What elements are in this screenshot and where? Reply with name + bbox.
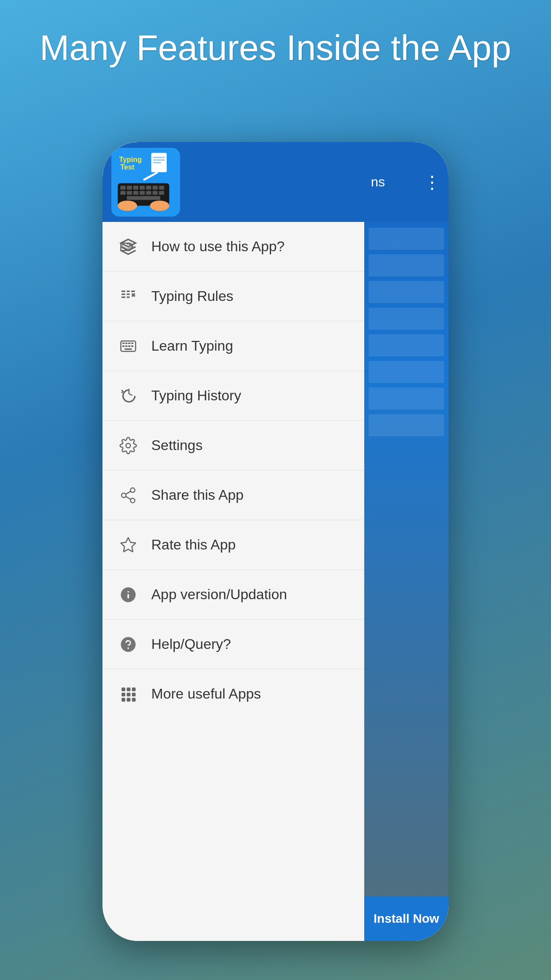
svg-point-46 xyxy=(126,443,130,448)
svg-rect-13 xyxy=(159,186,164,190)
menu-label-typing-history: Typing History xyxy=(151,387,241,404)
svg-rect-21 xyxy=(127,196,160,200)
svg-rect-68 xyxy=(132,698,135,701)
svg-rect-63 xyxy=(122,692,125,696)
svg-rect-44 xyxy=(131,345,133,347)
svg-rect-67 xyxy=(126,698,130,701)
content-area xyxy=(364,222,449,897)
svg-rect-60 xyxy=(122,688,125,691)
svg-rect-9 xyxy=(133,186,138,190)
app-bar-label: ns xyxy=(371,174,385,190)
gear-icon xyxy=(116,433,140,458)
svg-point-49 xyxy=(130,498,135,502)
svg-rect-61 xyxy=(126,688,130,691)
svg-rect-62 xyxy=(132,688,135,691)
svg-rect-15 xyxy=(127,191,132,195)
svg-rect-2 xyxy=(153,157,165,158)
menu-label-help: Help/Query? xyxy=(151,636,231,652)
hero-title: Many Features Inside the App xyxy=(0,0,551,87)
svg-rect-43 xyxy=(128,345,130,347)
svg-point-48 xyxy=(122,493,126,498)
menu-item-help[interactable]: Help/Query? xyxy=(102,620,364,669)
phone-mockup: Typing Test xyxy=(102,142,449,941)
menu-item-typing-rules[interactable]: Typing Rules xyxy=(102,272,364,321)
svg-rect-8 xyxy=(127,186,132,190)
help-icon xyxy=(116,632,140,656)
navigation-drawer: Typing Test xyxy=(102,142,364,941)
svg-rect-4 xyxy=(153,162,161,163)
menu-list: How to use this App? xyxy=(102,222,364,719)
svg-rect-37 xyxy=(122,342,124,344)
menu-label-share: Share this App xyxy=(151,487,244,503)
content-line-8 xyxy=(369,414,444,436)
svg-rect-65 xyxy=(132,692,135,696)
menu-item-share[interactable]: Share this App xyxy=(102,470,364,520)
direction-sign-icon xyxy=(116,234,140,259)
svg-text:Test: Test xyxy=(120,163,134,171)
svg-marker-52 xyxy=(121,537,135,552)
content-line-5 xyxy=(369,334,444,356)
svg-rect-18 xyxy=(146,191,151,195)
svg-rect-19 xyxy=(153,191,158,195)
svg-point-47 xyxy=(130,488,135,492)
menu-label-learn-typing: Learn Typing xyxy=(151,338,233,354)
svg-point-59 xyxy=(128,648,129,648)
svg-point-57 xyxy=(121,637,135,652)
keyboard-icon xyxy=(116,334,140,358)
content-line-6 xyxy=(369,361,444,383)
menu-item-version[interactable]: App version/Updation xyxy=(102,570,364,620)
star-icon xyxy=(116,533,140,557)
menu-label-rate: Rate this App xyxy=(151,537,236,553)
menu-item-learn-typing[interactable]: Learn Typing xyxy=(102,321,364,371)
svg-rect-39 xyxy=(128,342,130,344)
svg-rect-3 xyxy=(153,159,165,161)
menu-label-settings: Settings xyxy=(151,437,203,454)
page-header: Many Features Inside the App xyxy=(0,0,551,87)
svg-point-23 xyxy=(150,200,169,210)
svg-rect-10 xyxy=(140,186,145,190)
more-options-icon[interactable]: ⋮ xyxy=(423,172,442,192)
menu-item-typing-history[interactable]: Typing History xyxy=(102,371,364,421)
svg-rect-20 xyxy=(159,191,164,195)
svg-rect-66 xyxy=(122,698,125,701)
history-icon xyxy=(116,383,140,408)
svg-rect-17 xyxy=(140,191,145,195)
menu-item-rate[interactable]: Rate this App xyxy=(102,520,364,570)
svg-line-51 xyxy=(126,491,130,494)
phone-screen: Typing Test xyxy=(102,142,449,941)
phone-shell: Typing Test xyxy=(102,142,449,941)
svg-line-50 xyxy=(126,496,130,499)
list-x-icon xyxy=(116,284,140,308)
svg-rect-11 xyxy=(146,186,151,190)
svg-rect-38 xyxy=(125,342,127,344)
app-bar: ns ⋮ xyxy=(364,142,449,222)
menu-item-more-apps[interactable]: More useful Apps xyxy=(102,669,364,719)
svg-rect-16 xyxy=(133,191,138,195)
menu-label-more-apps: More useful Apps xyxy=(151,686,261,702)
svg-point-56 xyxy=(128,591,129,592)
svg-rect-12 xyxy=(153,186,158,190)
svg-rect-64 xyxy=(126,692,130,696)
info-icon xyxy=(116,582,140,607)
drawer-header: Typing Test xyxy=(102,142,364,222)
svg-rect-41 xyxy=(122,345,124,347)
svg-text:Typing: Typing xyxy=(119,155,142,163)
menu-item-settings[interactable]: Settings xyxy=(102,421,364,470)
svg-point-22 xyxy=(118,200,138,210)
menu-label-typing-rules: Typing Rules xyxy=(151,288,233,304)
main-content-behind: ns ⋮ Install Now xyxy=(364,142,449,941)
menu-item-how-to-use[interactable]: How to use this App? xyxy=(102,222,364,272)
svg-rect-14 xyxy=(120,191,126,195)
content-line-3 xyxy=(369,281,444,303)
svg-rect-40 xyxy=(131,342,133,344)
share-icon xyxy=(116,483,140,507)
content-line-1 xyxy=(369,228,444,250)
svg-rect-42 xyxy=(125,345,127,347)
app-icon: Typing Test xyxy=(111,148,180,217)
svg-rect-7 xyxy=(120,186,126,190)
menu-label-version: App version/Updation xyxy=(151,586,287,603)
content-line-2 xyxy=(369,254,444,277)
install-button[interactable]: Install Now xyxy=(364,897,449,941)
app-icon-background: Typing Test xyxy=(111,148,176,212)
install-button-label: Install Now xyxy=(374,912,439,926)
